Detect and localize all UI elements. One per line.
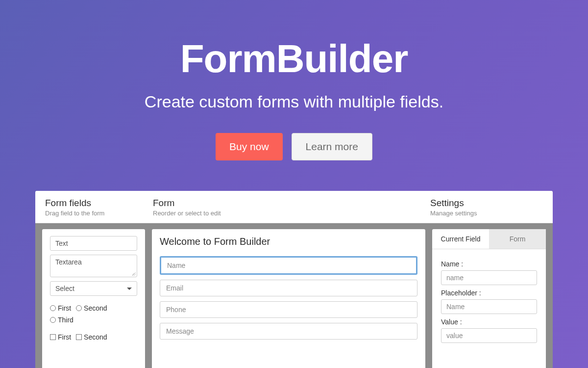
palette-select-field[interactable]: Select bbox=[50, 281, 137, 296]
panel-settings-hint: Manage settings bbox=[430, 210, 543, 217]
form-field-email[interactable]: Email bbox=[160, 280, 417, 296]
settings-placeholder-label: Placeholder : bbox=[441, 289, 537, 297]
radio-icon bbox=[50, 305, 56, 311]
hero-subtitle: Create custom forms with multiple fields… bbox=[0, 92, 588, 111]
form-field-phone[interactable]: Phone bbox=[160, 301, 417, 318]
settings-placeholder-input[interactable]: Name bbox=[441, 299, 537, 314]
form-canvas-title: Welcome to Form Builder bbox=[160, 236, 417, 247]
chevron-down-icon bbox=[127, 288, 132, 290]
app-preview: Form fields Drag field to the form Form … bbox=[35, 191, 553, 368]
field-palette: Text Textarea Select First Second Third … bbox=[42, 229, 145, 368]
form-field-message[interactable]: Message bbox=[160, 323, 417, 340]
panel-fields-title: Form fields bbox=[45, 198, 153, 209]
panel-form-title: Form bbox=[153, 198, 430, 209]
tab-form[interactable]: Form bbox=[489, 229, 546, 249]
hero-title: FormBuilder bbox=[0, 38, 588, 79]
panel-fields-hint: Drag field to the form bbox=[45, 210, 153, 217]
panel-form-hint: Reorder or select to edit bbox=[153, 210, 430, 217]
buy-now-button[interactable]: Buy now bbox=[216, 133, 283, 160]
checkbox-icon bbox=[50, 334, 56, 340]
settings-value-input[interactable]: value bbox=[441, 328, 537, 343]
palette-select-label: Select bbox=[55, 285, 74, 292]
learn-more-button[interactable]: Learn more bbox=[292, 133, 372, 160]
radio-icon bbox=[50, 317, 56, 323]
form-field-name[interactable]: Name bbox=[160, 256, 417, 275]
settings-value-label: Value : bbox=[441, 318, 537, 326]
checkbox-label: First bbox=[58, 332, 71, 342]
form-canvas: Welcome to Form Builder Name Email Phone… bbox=[152, 229, 425, 368]
palette-checkbox-group[interactable]: First Second bbox=[50, 332, 137, 343]
palette-text-field[interactable]: Text bbox=[50, 236, 137, 251]
palette-textarea-field[interactable]: Textarea bbox=[50, 255, 137, 277]
radio-label: Third bbox=[58, 315, 74, 325]
checkbox-icon bbox=[76, 334, 82, 340]
tab-current-field[interactable]: Current Field bbox=[432, 229, 489, 249]
checkbox-label: Second bbox=[84, 332, 107, 342]
settings-name-input[interactable]: name bbox=[441, 270, 537, 285]
palette-radio-group[interactable]: First Second Third bbox=[50, 303, 137, 326]
settings-name-label: Name : bbox=[441, 260, 537, 268]
radio-label: First bbox=[58, 303, 71, 314]
settings-panel: Current Field Form Name : name Placehold… bbox=[432, 229, 546, 368]
radio-label: Second bbox=[84, 303, 107, 314]
panel-settings-title: Settings bbox=[430, 198, 543, 209]
radio-icon bbox=[76, 305, 82, 311]
